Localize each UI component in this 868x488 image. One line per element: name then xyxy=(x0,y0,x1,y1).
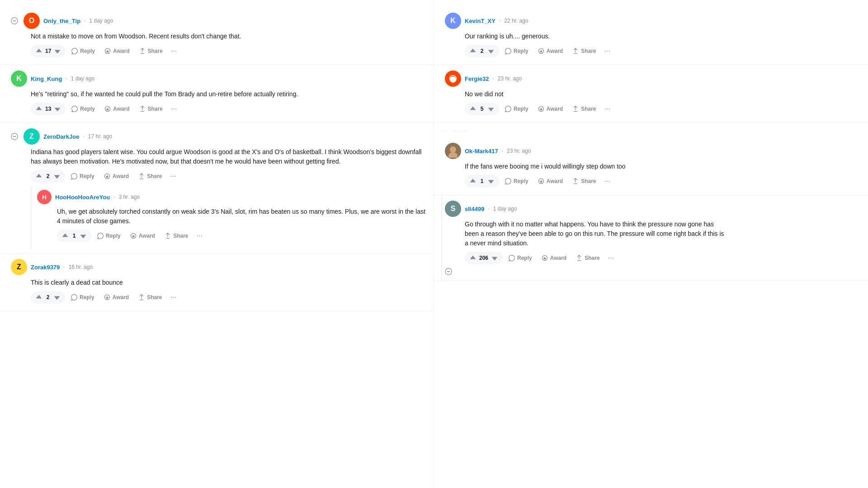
more-button[interactable]: ··· xyxy=(168,291,179,303)
more-button[interactable]: ··· xyxy=(602,103,613,115)
award-button[interactable]: Award xyxy=(126,230,159,241)
upvote-button[interactable] xyxy=(34,293,43,302)
comment-body: This is clearly a dead cat bounce xyxy=(31,278,426,287)
username[interactable]: ZeroDarkJoe xyxy=(43,133,79,140)
reply-button[interactable]: Reply xyxy=(93,230,124,241)
award-button[interactable]: Award xyxy=(100,171,132,182)
vote-count: 206 xyxy=(479,255,488,261)
reply-button[interactable]: Reply xyxy=(67,292,98,303)
more-button[interactable]: ··· xyxy=(194,230,205,242)
downvote-button[interactable] xyxy=(52,293,61,302)
reply-button[interactable]: Reply xyxy=(501,176,532,187)
comment-body: Go through with it no matter what happen… xyxy=(465,220,727,248)
award-button[interactable]: Award xyxy=(534,176,566,187)
username[interactable]: Only_the_Tip xyxy=(43,18,80,24)
username[interactable]: King_Kung xyxy=(31,75,62,82)
comment-body: If the fans were booing me i would willi… xyxy=(465,162,861,171)
collapse-bottom-button[interactable] xyxy=(445,268,452,275)
comment-actions: 2 Reply Award Shar xyxy=(31,170,426,183)
downvote-button[interactable] xyxy=(486,104,495,113)
reply-button[interactable]: Reply xyxy=(501,46,532,56)
share-button[interactable]: Share xyxy=(568,176,599,187)
share-button[interactable]: Share xyxy=(160,230,192,241)
award-button[interactable]: Award xyxy=(100,46,133,56)
vote-section: 2 xyxy=(465,45,499,57)
vote-count: 5 xyxy=(479,106,485,112)
downvote-button[interactable] xyxy=(79,231,88,240)
upvote-button[interactable] xyxy=(61,231,70,240)
reply-button[interactable]: Reply xyxy=(505,253,536,263)
timestamp: 1 day ago xyxy=(71,75,95,82)
downvote-button[interactable] xyxy=(53,47,62,56)
comment-actions: 13 Reply Award Sha xyxy=(31,103,426,115)
username[interactable]: Fergie32 xyxy=(465,75,489,82)
award-button[interactable]: Award xyxy=(538,253,570,263)
comment-group-zerodarkjoe: Z ZeroDarkJoe · 17 hr. ago Indiana has g… xyxy=(0,123,434,253)
upvote-button[interactable] xyxy=(468,177,477,186)
comment-header: S sll4499 · 1 day ago xyxy=(445,201,861,217)
vote-count: 1 xyxy=(479,178,485,184)
reply-button[interactable]: Reply xyxy=(67,46,99,56)
timestamp: 23 hr. ago xyxy=(498,75,522,82)
more-button[interactable]: ··· xyxy=(168,45,179,57)
comment-body: Not a mistake to move on from Woodson. R… xyxy=(31,32,426,41)
comment-group-kevint-xy: K KevinT_XY · 22 hr. ago Our ranking is … xyxy=(434,7,868,65)
vote-count: 1 xyxy=(71,233,77,239)
downvote-button[interactable] xyxy=(490,253,499,263)
comment-group-ok-mark417: Ok-Mark417 · 23 hr. ago If the fans were… xyxy=(434,137,868,195)
comment-body: Our ranking is uh.... generous. xyxy=(465,32,861,41)
upvote-button[interactable] xyxy=(34,104,43,113)
upvote-button[interactable] xyxy=(34,172,43,181)
timestamp: 3 hr. ago xyxy=(118,194,140,200)
more-button[interactable]: ··· xyxy=(168,170,179,182)
more-button[interactable]: ··· xyxy=(602,175,613,187)
share-button[interactable]: Share xyxy=(568,46,599,56)
upvote-button[interactable] xyxy=(468,47,477,56)
more-button[interactable]: ··· xyxy=(168,103,179,115)
vote-section: 1 xyxy=(57,230,91,242)
username[interactable]: Ok-Mark417 xyxy=(465,148,498,155)
username[interactable]: sll4499 xyxy=(465,206,484,212)
share-button[interactable]: Share xyxy=(572,253,603,263)
upvote-button[interactable] xyxy=(468,253,477,263)
avatar: Z xyxy=(11,259,27,275)
reply-button[interactable]: Reply xyxy=(67,171,98,182)
vote-section: 17 xyxy=(31,45,66,57)
award-button[interactable]: Award xyxy=(100,103,133,114)
award-button[interactable]: Award xyxy=(100,292,132,303)
upvote-button[interactable] xyxy=(468,104,477,113)
downvote-button[interactable] xyxy=(486,47,495,56)
more-button[interactable]: ··· xyxy=(602,45,613,57)
right-column: K KevinT_XY · 22 hr. ago Our ranking is … xyxy=(434,0,868,488)
vote-count: 2 xyxy=(45,294,51,300)
upvote-button[interactable] xyxy=(34,47,43,56)
username[interactable]: KevinT_XY xyxy=(465,18,495,24)
comment-header: Z ZeroDarkJoe · 17 hr. ago xyxy=(11,128,426,145)
username[interactable]: HooHooHooAreYou xyxy=(55,194,110,201)
award-button[interactable]: Award xyxy=(534,103,566,114)
more-button[interactable]: ··· xyxy=(605,252,617,264)
timestamp: 16 hr. ago xyxy=(69,264,93,270)
collapse-button[interactable] xyxy=(11,17,18,24)
reply-button[interactable]: Reply xyxy=(501,103,532,114)
award-button[interactable]: Award xyxy=(534,46,566,56)
downvote-button[interactable] xyxy=(52,172,61,181)
avatar: Z xyxy=(24,128,40,145)
collapse-button[interactable] xyxy=(11,133,18,140)
comment-group-king-kung: K King_Kung · 1 day ago He's "retiring" … xyxy=(0,65,434,123)
comment-actions: 1 Reply Award Shar xyxy=(465,175,861,188)
reply-button[interactable]: Reply xyxy=(67,103,99,114)
left-column: O Only_the_Tip · 1 day ago Not a mistake… xyxy=(0,0,434,488)
share-button[interactable]: Share xyxy=(135,103,166,114)
page-layout: O Only_the_Tip · 1 day ago Not a mistake… xyxy=(0,0,868,488)
share-button[interactable]: Share xyxy=(135,46,166,56)
avatar: K xyxy=(445,13,461,29)
share-button[interactable]: Share xyxy=(134,171,165,182)
downvote-button[interactable] xyxy=(486,177,495,186)
username[interactable]: Zorak9379 xyxy=(31,264,60,271)
share-button[interactable]: Share xyxy=(568,103,599,114)
avatar: S xyxy=(445,201,461,217)
share-button[interactable]: Share xyxy=(134,292,165,303)
comment-header: K King_Kung · 1 day ago xyxy=(11,70,426,87)
downvote-button[interactable] xyxy=(53,104,62,113)
